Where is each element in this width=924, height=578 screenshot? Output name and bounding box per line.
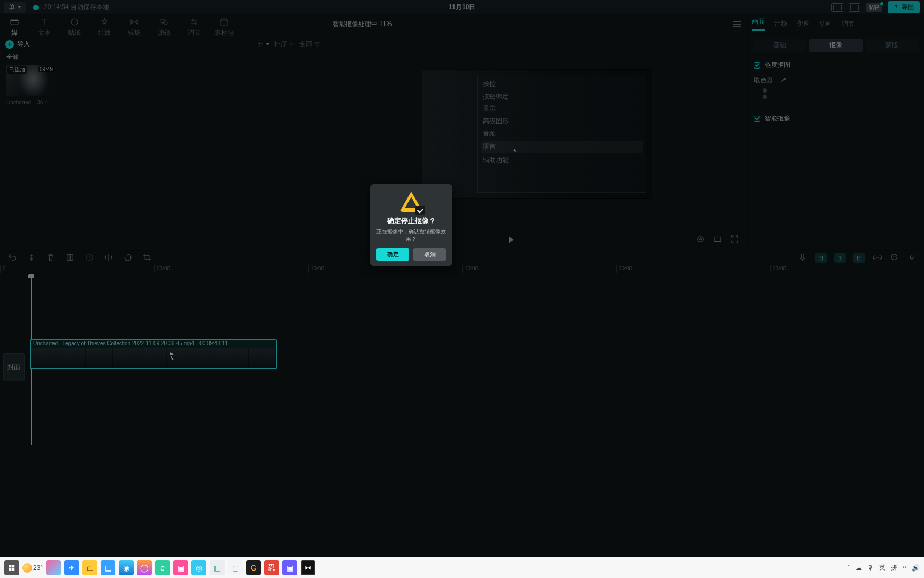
- fullscreen-icon[interactable]: [730, 234, 740, 246]
- vip-badge[interactable]: VIP: [866, 3, 882, 12]
- svg-rect-10: [714, 237, 721, 241]
- slider-1[interactable]: [748, 88, 924, 95]
- taskbar-app-9[interactable]: G: [246, 560, 261, 575]
- svg-rect-20: [12, 568, 15, 571]
- preview-menu-icon[interactable]: [733, 21, 741, 27]
- magnet-left-icon[interactable]: ⊟: [815, 253, 827, 263]
- cancel-button[interactable]: 取消: [413, 248, 446, 261]
- smart-row[interactable]: 智能抠像: [748, 111, 924, 126]
- tab-effect[interactable]: 特效: [93, 17, 116, 37]
- ime-mode[interactable]: 拼: [891, 563, 897, 572]
- start-icon[interactable]: [4, 560, 19, 575]
- taskbar-app-6[interactable]: ◎: [191, 560, 206, 575]
- aspect-icon[interactable]: [849, 3, 860, 12]
- svg-rect-17: [9, 565, 12, 567]
- preview-canvas[interactable]: 操控 按键绑定 显示 高级图形 音频 语言 辅助功能: [422, 69, 652, 199]
- tray-chevron-icon[interactable]: ˄: [847, 564, 850, 572]
- tab-anim[interactable]: 动画: [819, 19, 832, 28]
- split-icon[interactable]: [27, 253, 36, 264]
- taskbar-app-1[interactable]: [46, 560, 61, 575]
- tab-audio[interactable]: 音频: [774, 19, 787, 28]
- timeline-tracks[interactable]: 封面 Uncharted_ Legacy of Thieves Collecti…: [0, 274, 924, 557]
- clip-duration: 09:49: [38, 66, 55, 72]
- tab-sticker[interactable]: 贴纸: [63, 17, 86, 37]
- view-grid[interactable]: [257, 41, 270, 48]
- crop-split-icon[interactable]: [65, 253, 75, 264]
- checkbox-icon[interactable]: [754, 116, 760, 122]
- seg-basic[interactable]: 基础: [753, 39, 806, 52]
- weather-widget[interactable]: 23°: [22, 563, 43, 573]
- eyedropper-icon[interactable]: [780, 76, 787, 85]
- timeline-panel: ⊟ ⊞ ⊟ 0 05:00 10:00 15:00 20:00 25:00: [0, 250, 924, 557]
- play-button[interactable]: [509, 236, 514, 244]
- volume-icon[interactable]: 🔊: [912, 564, 920, 572]
- main-menu[interactable]: 单: [4, 2, 26, 13]
- clip-title: Uncharted_ Legacy of Thieves Collection …: [33, 340, 194, 348]
- firefox-icon[interactable]: ◯: [137, 560, 152, 575]
- pool-breadcrumb[interactable]: 全部: [0, 52, 326, 62]
- focus-icon[interactable]: [696, 234, 705, 246]
- export-icon: [893, 4, 899, 11]
- export-button[interactable]: 导出: [888, 1, 920, 13]
- zoom-target-icon[interactable]: [907, 253, 917, 264]
- tab-adjust2[interactable]: 调节: [842, 19, 854, 28]
- import-button[interactable]: + 导入: [5, 40, 30, 49]
- tab-transition[interactable]: 转场: [123, 17, 145, 37]
- chroma-row[interactable]: 色度抠图: [748, 57, 924, 73]
- undo-icon[interactable]: [7, 253, 17, 264]
- taskbar-app-8[interactable]: ▢: [228, 560, 243, 575]
- link-icon[interactable]: [873, 253, 882, 264]
- edge-icon[interactable]: ◉: [119, 560, 134, 575]
- main-menu-label: 单: [9, 3, 15, 12]
- rotate-icon[interactable]: [123, 253, 133, 264]
- cover-button[interactable]: 封面: [3, 353, 25, 381]
- tab-pack[interactable]: 素材包: [213, 17, 235, 37]
- mirror-icon[interactable]: [104, 253, 113, 264]
- project-date: 11月10日: [449, 3, 476, 12]
- media-pool: 媒 文本 贴纸 特效 转场 滤镜 调节 素材包 + 导入 排序 全部 全部: [0, 15, 326, 250]
- delete-icon[interactable]: [46, 253, 56, 264]
- ime-lang[interactable]: 英: [879, 563, 886, 572]
- taskbar-app-4[interactable]: e: [155, 560, 170, 575]
- svg-rect-18: [12, 565, 15, 567]
- mic-icon[interactable]: [798, 253, 807, 264]
- taskbar-app-5[interactable]: ▣: [173, 560, 188, 575]
- timeline-clip[interactable]: Uncharted_ Legacy of Thieves Collection …: [30, 339, 277, 369]
- zoom-out-icon[interactable]: [890, 253, 899, 264]
- tab-speed[interactable]: 变速: [797, 19, 810, 28]
- media-clip-thumb[interactable]: 已添加 09:49 Uncharted_..36-45.mp4: [6, 65, 56, 105]
- slider-2[interactable]: [748, 95, 924, 101]
- speed-icon[interactable]: [84, 253, 94, 264]
- checkbox-icon[interactable]: [754, 62, 760, 69]
- capcut-icon[interactable]: [301, 560, 315, 575]
- taskbar-app-10[interactable]: 忍: [264, 560, 279, 575]
- layout-icon[interactable]: [831, 3, 843, 12]
- taskbar-app-3[interactable]: ▤: [101, 560, 116, 575]
- explorer-icon[interactable]: 🗀: [82, 560, 97, 575]
- taskbar-app-11[interactable]: ▣: [282, 560, 297, 575]
- tab-media[interactable]: 媒: [3, 17, 26, 37]
- svg-rect-6: [258, 45, 260, 47]
- filter-all[interactable]: 全部: [299, 40, 320, 49]
- crop-icon[interactable]: [142, 253, 152, 264]
- sort-button[interactable]: 排序: [274, 40, 295, 49]
- magnet-icon[interactable]: ⊞: [834, 253, 846, 263]
- taskbar-app-2[interactable]: ✈: [64, 560, 79, 575]
- tab-filter[interactable]: 滤镜: [153, 17, 175, 37]
- taskbar-app-7[interactable]: ▥: [210, 560, 225, 575]
- tray-mic-icon[interactable]: 🎙: [867, 564, 874, 572]
- timeline-ruler[interactable]: 0 05:00 10:00 15:00 20:00 25:00: [0, 265, 924, 274]
- seg-mask[interactable]: 蒙版: [866, 39, 919, 52]
- seg-cutout[interactable]: 抠像: [809, 39, 862, 52]
- tab-text[interactable]: 文本: [33, 17, 56, 37]
- tab-adjust[interactable]: 调节: [183, 17, 205, 37]
- confirm-button[interactable]: 确定: [376, 248, 409, 261]
- modal-body: 正在抠像中，确认撤销抠像效果？: [376, 228, 446, 243]
- tab-picture[interactable]: 画面: [752, 17, 765, 31]
- wifi-icon[interactable]: ⌔: [903, 564, 906, 572]
- tray-cloud-icon[interactable]: ☁: [856, 564, 862, 572]
- magnet-right-icon[interactable]: ⊟: [853, 253, 865, 263]
- plus-icon: +: [5, 40, 14, 49]
- svg-rect-11: [67, 254, 70, 260]
- ratio-icon[interactable]: [713, 234, 722, 246]
